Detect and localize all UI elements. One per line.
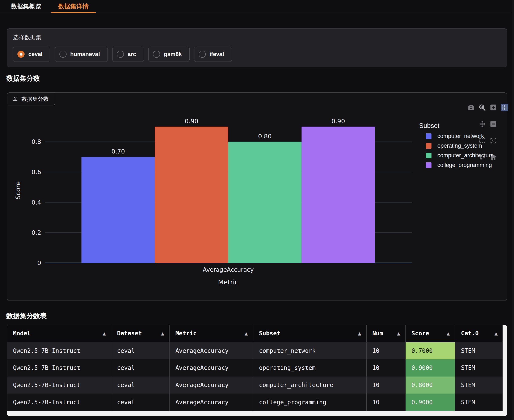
cell-cat0: STEM [455,376,503,394]
radio-dot [20,53,22,56]
zoom-out-icon[interactable] [490,120,497,128]
cell-subset: computer_architecture [253,376,366,394]
tab-1[interactable]: 数据集详情 [50,0,97,13]
sort-ascending-icon: ▲ [447,331,450,336]
table-vertical-scrollbar[interactable] [503,325,507,416]
box-select-icon[interactable] [478,137,486,144]
bar-value-label: 0.90 [332,118,345,125]
radio-option-label: ceval [28,51,43,58]
table-row: Qwen2.5-7B-InstructcevalAverageAccuracyc… [7,394,503,411]
column-header-Num[interactable]: Num▲ [366,325,405,342]
bar-value-label: 0.80 [258,133,272,140]
cell-dataset: ceval [111,342,170,359]
radio-option-ceval[interactable]: ceval [13,47,50,62]
legend-swatch [426,162,432,168]
legend-item-college_programming[interactable]: college_programming [426,162,494,168]
radio-selected-icon [17,51,25,58]
column-header-label: Num [372,330,383,337]
table-horizontal-scrollbar[interactable] [7,411,507,416]
home-icon[interactable] [490,154,497,161]
cell-score: 0.8000 [405,376,455,394]
radio-unselected-icon [60,51,67,58]
sort-ascending-icon: ▲ [358,331,361,336]
table-section-title: 数据集分数表 [6,311,47,321]
radio-unselected-icon [199,51,206,58]
column-header-Model[interactable]: Model▲ [7,325,111,342]
cell-num: 10 [366,342,405,359]
dataset-selector-label: 选择数据集 [13,34,501,41]
cell-model: Qwen2.5-7B-Instruct [7,376,111,394]
legend-swatch [426,133,432,139]
y-tick-label: 0 [37,259,41,266]
cell-score: 0.9000 [405,394,455,411]
radio-option-label: ifeval [209,51,224,58]
column-header-Subset[interactable]: Subset▲ [253,325,366,342]
modebar-group [478,104,486,161]
cell-score: 0.7000 [405,342,455,359]
table-row: Qwen2.5-7B-InstructcevalAverageAccuracyo… [7,359,503,376]
radio-option-gsm8k[interactable]: gsm8k [149,47,190,62]
chart-chip-tab[interactable]: 数据集分数 [7,92,55,105]
bar-computer_network[interactable] [82,157,155,263]
cell-num: 10 [366,376,405,394]
column-header-Dataset[interactable]: Dataset▲ [111,325,170,342]
autoscale-icon[interactable] [490,137,497,144]
cell-dataset: ceval [111,394,170,411]
y-axis-title: Score [14,181,22,200]
cell-subset: operating_system [253,359,366,376]
modebar-group [501,104,508,111]
bar-operating_system[interactable] [155,127,228,263]
column-header-Cat.0[interactable]: Cat.0▲ [455,325,503,342]
chart-chip-label: 数据集分数 [22,95,49,103]
sort-ascending-icon: ▲ [103,331,106,336]
pan-icon[interactable] [478,120,486,128]
zoom-in-icon[interactable] [490,104,497,111]
camera-icon[interactable] [467,104,475,111]
plotly-logo-icon[interactable] [501,104,508,111]
modebar-group [467,104,475,111]
chart-section-title: 数据集分数 [6,74,40,83]
legend-swatch [426,143,432,149]
cell-subset: computer_network [253,342,366,359]
column-header-Score[interactable]: Score▲ [405,325,455,342]
score-table: Model▲Dataset▲Metric▲Subset▲Num▲Score▲Ca… [7,325,503,411]
bar-value-label: 0.70 [111,148,125,155]
legend-swatch [426,153,432,158]
y-tick-label: 0.4 [31,199,41,206]
app-root: { "tabs": [ {"label": "数据集概览", "active":… [0,0,514,420]
cell-metric: AverageAccuracy [170,342,253,359]
sort-ascending-icon: ▲ [161,331,164,336]
table-row: Qwen2.5-7B-InstructcevalAverageAccuracyc… [7,342,503,359]
score-table-header: Model▲Dataset▲Metric▲Subset▲Num▲Score▲Ca… [7,325,503,342]
legend-item-label: college_programming [437,162,492,168]
score-table-container: Model▲Dataset▲Metric▲Subset▲Num▲Score▲Ca… [7,325,507,416]
radio-unselected-icon [117,51,124,58]
cell-num: 10 [366,394,405,411]
tab-0[interactable]: 数据集概览 [2,0,50,13]
cell-metric: AverageAccuracy [170,359,253,376]
radio-option-label: humaneval [70,51,100,58]
cell-cat0: STEM [455,342,503,359]
lasso-icon[interactable] [478,154,486,161]
bar-college_programming[interactable] [302,127,375,263]
y-tick-label: 0.8 [31,138,41,145]
column-header-label: Dataset [117,330,142,337]
radio-option-humaneval[interactable]: humaneval [55,47,108,62]
bar-computer_architecture[interactable] [228,142,302,263]
radio-unselected-icon [153,51,160,58]
zoom-icon[interactable] [478,104,486,111]
cell-dataset: ceval [111,359,170,376]
cell-model: Qwen2.5-7B-Instruct [7,342,111,359]
cell-cat0: STEM [455,394,503,411]
score-table-viewport: Model▲Dataset▲Metric▲Subset▲Num▲Score▲Ca… [7,325,503,411]
radio-option-arc[interactable]: arc [112,47,144,62]
radio-option-ifeval[interactable]: ifeval [194,47,232,62]
column-header-Metric[interactable]: Metric▲ [170,325,253,342]
page-scrollbar[interactable] [512,0,514,420]
plotly-modebar [467,104,508,161]
column-header-label: Metric [176,330,197,337]
column-header-label: Model [13,330,31,337]
cell-num: 10 [366,359,405,376]
bar-value-label: 0.90 [185,118,198,125]
cell-metric: AverageAccuracy [170,394,253,411]
